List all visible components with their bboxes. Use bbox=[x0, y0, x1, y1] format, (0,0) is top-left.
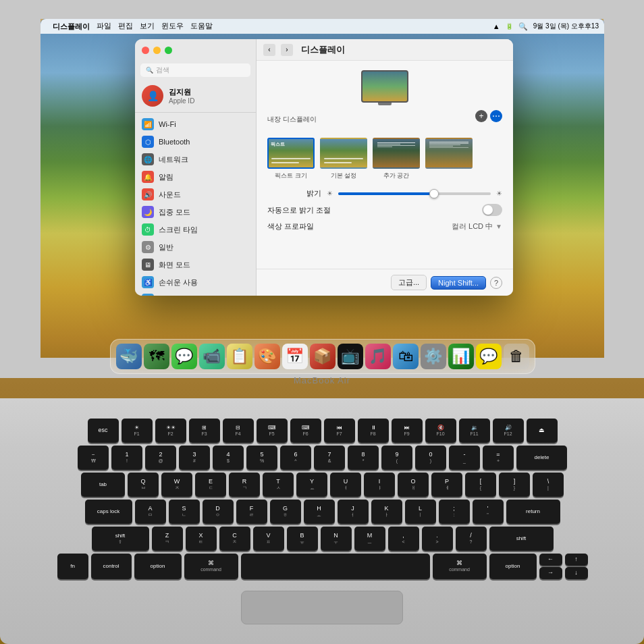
key-t[interactable]: Tㅅ bbox=[263, 473, 294, 497]
sidebar-item-wifi[interactable]: 📶 Wi-Fi bbox=[135, 115, 256, 133]
sidebar-user-section[interactable]: 👤 김지원 Apple ID bbox=[135, 80, 256, 113]
key-space[interactable] bbox=[241, 554, 430, 579]
key-tab[interactable]: tab bbox=[81, 473, 125, 497]
key-slash[interactable]: /? bbox=[456, 527, 487, 551]
dock-icon-messages[interactable]: 💬 bbox=[171, 344, 197, 369]
dock-icon-launchpad[interactable]: 📦 bbox=[310, 344, 336, 369]
key-5[interactable]: 5% bbox=[246, 446, 277, 470]
key-x[interactable]: Xㅌ bbox=[186, 527, 217, 551]
key-z[interactable]: Zㅋ bbox=[152, 527, 183, 551]
dock-icon-kakaotalk[interactable]: 💬 bbox=[476, 344, 502, 369]
key-arrow-right[interactable]: → bbox=[539, 567, 562, 579]
brightness-slider[interactable] bbox=[338, 192, 491, 195]
dock-icon-reminders[interactable]: 🎨 bbox=[254, 344, 280, 369]
maximize-button[interactable] bbox=[165, 47, 172, 54]
menu-view[interactable]: 보기 bbox=[140, 22, 155, 31]
key-j[interactable]: Jㅓ bbox=[338, 500, 369, 524]
dock-icon-trash[interactable]: 🗑 bbox=[504, 344, 529, 369]
key-f9[interactable]: ⏭F9 bbox=[392, 419, 423, 443]
res-option-max[interactable]: 픽스트 픽스트 크기 bbox=[267, 138, 315, 180]
minimize-button[interactable] bbox=[153, 47, 161, 54]
key-4[interactable]: 4$ bbox=[213, 446, 244, 470]
help-button[interactable]: ? bbox=[490, 277, 502, 289]
key-f3[interactable]: ⊞F3 bbox=[189, 419, 220, 443]
app-menu-syspref[interactable]: 디스플레이 bbox=[53, 22, 90, 32]
key-k[interactable]: Kㅏ bbox=[371, 500, 402, 524]
key-d[interactable]: Dㅇ bbox=[203, 500, 234, 524]
key-caps-lock[interactable]: caps lock bbox=[85, 500, 132, 524]
color-profile-selector[interactable]: 컬러 LCD 中 ▼ bbox=[452, 221, 502, 232]
key-shift-right[interactable]: shift bbox=[489, 527, 554, 551]
menu-file[interactable]: 파일 bbox=[97, 22, 111, 31]
key-f7[interactable]: ⏮F7 bbox=[324, 419, 355, 443]
sidebar-item-focus[interactable]: 🌙 집중 모드 bbox=[135, 203, 256, 221]
key-r[interactable]: Rㄱ bbox=[229, 473, 260, 497]
brightness-thumb[interactable] bbox=[429, 189, 439, 198]
key-bracket-r[interactable]: ]} bbox=[499, 473, 530, 497]
menu-window[interactable]: 윈도우 bbox=[161, 22, 184, 31]
key-esc[interactable]: esc bbox=[88, 419, 119, 443]
key-o[interactable]: Oㅐ bbox=[398, 473, 429, 497]
dock-icon-music[interactable]: 🎵 bbox=[365, 344, 391, 369]
key-quote[interactable]: '" bbox=[473, 500, 504, 524]
advanced-button[interactable]: 고급... bbox=[391, 275, 427, 290]
key-f6[interactable]: ⌨F6 bbox=[290, 419, 321, 443]
sidebar-item-screenmode[interactable]: 🖥 화면 모드 bbox=[135, 256, 256, 273]
key-control[interactable]: control bbox=[91, 554, 132, 579]
key-bracket-l[interactable]: [{ bbox=[465, 473, 496, 497]
key-f5[interactable]: ⌨F5 bbox=[257, 419, 288, 443]
key-f2[interactable]: ☀☀F2 bbox=[155, 419, 186, 443]
key-8[interactable]: 8* bbox=[348, 446, 379, 470]
key-l[interactable]: Lㅣ bbox=[405, 500, 436, 524]
trackpad[interactable] bbox=[241, 591, 403, 624]
dock-icon-facetime[interactable]: 📹 bbox=[199, 344, 225, 369]
key-f8[interactable]: ⏸F8 bbox=[358, 419, 389, 443]
key-command-left[interactable]: ⌘command bbox=[184, 554, 238, 579]
key-command-right[interactable]: ⌘command bbox=[433, 554, 487, 579]
sidebar-item-notifications[interactable]: 🔔 알림 bbox=[135, 168, 256, 186]
key-f1[interactable]: ☀F1 bbox=[122, 419, 153, 443]
search-icon[interactable]: 🔍 bbox=[518, 22, 528, 31]
key-comma[interactable]: ,< bbox=[388, 527, 419, 551]
dock-icon-notes[interactable]: 📋 bbox=[227, 344, 252, 369]
key-v[interactable]: Vㅍ bbox=[253, 527, 284, 551]
key-i[interactable]: Iㅑ bbox=[364, 473, 395, 497]
back-button[interactable]: ‹ bbox=[263, 44, 275, 56]
sidebar-item-sound[interactable]: 🔊 사운드 bbox=[135, 186, 256, 203]
key-c[interactable]: Cㅊ bbox=[219, 527, 250, 551]
dock-icon-maps[interactable]: 🗺 bbox=[144, 344, 169, 369]
res-option-default[interactable]: 기본 설정 bbox=[320, 138, 367, 180]
res-option-4[interactable] bbox=[425, 138, 473, 171]
key-fn[interactable]: fn bbox=[57, 554, 88, 579]
key-f10[interactable]: 🔇F10 bbox=[425, 419, 456, 443]
key-option-right[interactable]: option bbox=[489, 554, 537, 579]
key-power[interactable]: ⏏ bbox=[527, 419, 558, 443]
key-minus[interactable]: -_ bbox=[449, 446, 480, 470]
key-n[interactable]: Nㅜ bbox=[321, 527, 352, 551]
close-button[interactable] bbox=[142, 47, 149, 54]
key-u[interactable]: Uㅕ bbox=[330, 473, 361, 497]
menu-edit[interactable]: 편집 bbox=[118, 22, 133, 31]
key-period[interactable]: .> bbox=[422, 527, 453, 551]
key-f[interactable]: Fㄹ bbox=[236, 500, 267, 524]
sidebar-item-bluetooth[interactable]: ⬡ Bluetooth bbox=[135, 133, 256, 151]
sidebar-item-privacy[interactable]: 🔒 개인 정보 bbox=[135, 291, 256, 296]
key-shift-left[interactable]: shift⇧ bbox=[92, 527, 149, 551]
key-m[interactable]: Mㅡ bbox=[354, 527, 385, 551]
night-shift-button[interactable]: Night Shift... bbox=[431, 276, 486, 290]
dock-icon-calendar[interactable]: 📅 bbox=[282, 344, 308, 369]
key-2[interactable]: 2@ bbox=[145, 446, 176, 470]
key-e[interactable]: Eㄷ bbox=[195, 473, 226, 497]
key-h[interactable]: Hㅗ bbox=[304, 500, 335, 524]
dock-icon-sysprefs[interactable]: ⚙️ bbox=[421, 344, 446, 369]
key-f4[interactable]: ⊟F4 bbox=[223, 419, 254, 443]
key-return[interactable]: return bbox=[506, 500, 560, 524]
dock-icon-finder[interactable]: 🐳 bbox=[116, 344, 142, 369]
sidebar-item-screentime[interactable]: ⏱ 스크린 타임 bbox=[135, 221, 256, 238]
key-arrow-up[interactable]: ↑ bbox=[565, 554, 588, 566]
key-option-left[interactable]: option bbox=[134, 554, 182, 579]
add-display-button[interactable]: + bbox=[475, 110, 487, 122]
sidebar-item-network[interactable]: 🌐 네트워크 bbox=[135, 151, 256, 168]
key-y[interactable]: Yㅛ bbox=[296, 473, 327, 497]
key-semicolon[interactable]: ;: bbox=[439, 500, 470, 524]
